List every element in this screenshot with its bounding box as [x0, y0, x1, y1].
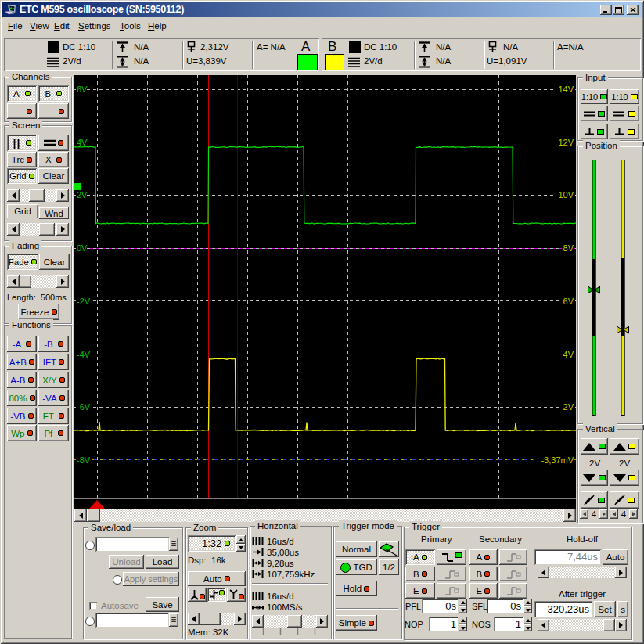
svg-text:8V: 8V	[563, 243, 574, 253]
svg-text:-8V: -8V	[77, 455, 91, 465]
svg-text:-3,37mV: -3,37mV	[541, 455, 574, 465]
svg-text:4V: 4V	[77, 138, 88, 147]
svg-text:-4V: -4V	[77, 350, 91, 359]
svg-text:2V: 2V	[563, 402, 574, 412]
svg-text:-6V: -6V	[77, 402, 91, 412]
svg-text:-2V: -2V	[77, 297, 91, 306]
svg-text:14V: 14V	[558, 85, 574, 94]
svg-text:0V: 0V	[77, 243, 88, 253]
svg-text:6V: 6V	[563, 297, 574, 306]
svg-text:12V: 12V	[558, 138, 574, 147]
svg-text:2V: 2V	[77, 190, 88, 200]
svg-text:6V: 6V	[77, 85, 88, 94]
svg-text:10V: 10V	[558, 190, 574, 200]
svg-text:4V: 4V	[563, 350, 574, 359]
